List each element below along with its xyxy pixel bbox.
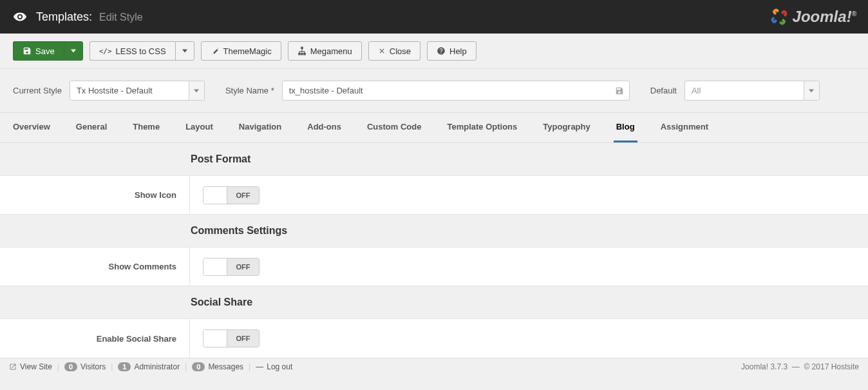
section-social: Social Share	[0, 286, 868, 319]
megamenu-button[interactable]: Megamenu	[288, 41, 362, 61]
close-icon	[378, 47, 386, 55]
tab-general[interactable]: General	[73, 113, 109, 142]
section-post-format: Post Format	[0, 143, 868, 176]
help-icon	[437, 46, 446, 55]
sitemap-icon	[297, 46, 307, 55]
save-icon	[23, 46, 32, 55]
tab-typography[interactable]: Typography	[540, 113, 592, 142]
svg-rect-3	[304, 54, 305, 55]
chevron-down-icon	[804, 81, 819, 100]
footer: View Site | 0 Visitors | 1 Administrator…	[0, 358, 868, 375]
svg-rect-0	[301, 47, 303, 48]
style-name-input[interactable]: tx_hostsite - Default	[282, 81, 630, 101]
show-icon-toggle[interactable]: OFF	[203, 186, 259, 204]
less-button-group: </> LESS to CSS	[90, 41, 194, 61]
logout-link[interactable]: — Log out	[256, 362, 292, 371]
default-select[interactable]: All	[684, 81, 820, 101]
default-label: Default	[650, 86, 677, 95]
show-comments-label: Show Comments	[0, 248, 190, 286]
caret-down-icon	[182, 48, 187, 54]
show-icon-label: Show Icon	[0, 176, 190, 214]
less-dropdown-button[interactable]	[175, 41, 194, 61]
style-form-row: Current Style Tx Hostsite - Default Styl…	[0, 68, 868, 113]
joomla-logo: Joomla!®	[769, 7, 856, 26]
svg-rect-2	[301, 54, 303, 55]
content: Post Format Show Icon OFF Comments Setti…	[0, 143, 868, 358]
current-style-select[interactable]: Tx Hostsite - Default	[70, 81, 205, 101]
visitors-link[interactable]: 0 Visitors	[64, 362, 106, 371]
tab-navigation[interactable]: Navigation	[236, 113, 284, 142]
field-show-comments: Show Comments OFF	[0, 248, 868, 286]
field-enable-social: Enable Social Share OFF	[0, 319, 868, 358]
less-to-css-button[interactable]: </> LESS to CSS	[90, 41, 175, 61]
enable-social-label: Enable Social Share	[0, 319, 190, 358]
minus-icon: —	[256, 362, 263, 371]
toolbar: Save </> LESS to CSS ThemeMagic Megamenu…	[0, 34, 868, 68]
tab-theme[interactable]: Theme	[130, 113, 162, 142]
save-button[interactable]: Save	[13, 41, 64, 61]
preview-icon	[13, 10, 27, 24]
tab-assignment[interactable]: Assignment	[658, 113, 711, 142]
code-icon: </>	[99, 47, 112, 55]
brand-text: Joomla!®	[793, 8, 856, 26]
help-button[interactable]: Help	[427, 41, 476, 61]
tab-add-ons[interactable]: Add-ons	[305, 113, 344, 142]
tabs: OverviewGeneralThemeLayoutNavigationAdd-…	[0, 113, 868, 143]
wand-icon	[211, 46, 220, 55]
close-button[interactable]: Close	[368, 41, 420, 61]
save-dropdown-button[interactable]	[64, 41, 83, 61]
admin-link[interactable]: 1 Administrator	[118, 362, 180, 371]
section-comments: Comments Settings	[0, 215, 868, 248]
tab-template-options[interactable]: Template Options	[444, 113, 520, 142]
thememagic-button[interactable]: ThemeMagic	[201, 41, 281, 61]
caret-down-icon	[71, 48, 76, 54]
tab-blog[interactable]: Blog	[614, 113, 637, 142]
enable-social-toggle[interactable]: OFF	[203, 329, 259, 347]
share-icon	[9, 363, 17, 371]
save-button-group: Save	[13, 41, 83, 61]
field-show-icon: Show Icon OFF	[0, 176, 868, 215]
style-name-label: Style Name *	[225, 86, 274, 95]
messages-link[interactable]: 0 Messages	[192, 362, 243, 371]
footer-version: Joomla! 3.7.3 — © 2017 Hostsite	[741, 362, 859, 371]
save-icon	[615, 86, 624, 95]
chevron-down-icon	[189, 81, 204, 100]
page-title: Templates: Edit Style	[36, 10, 143, 24]
show-comments-toggle[interactable]: OFF	[203, 258, 259, 276]
tab-layout[interactable]: Layout	[183, 113, 216, 142]
app-header: Templates: Edit Style Joomla!®	[0, 0, 868, 34]
tab-custom-code[interactable]: Custom Code	[364, 113, 424, 142]
view-site-link[interactable]: View Site	[9, 362, 52, 371]
svg-rect-1	[298, 54, 299, 55]
current-style-label: Current Style	[13, 86, 62, 95]
tab-overview[interactable]: Overview	[10, 113, 53, 142]
